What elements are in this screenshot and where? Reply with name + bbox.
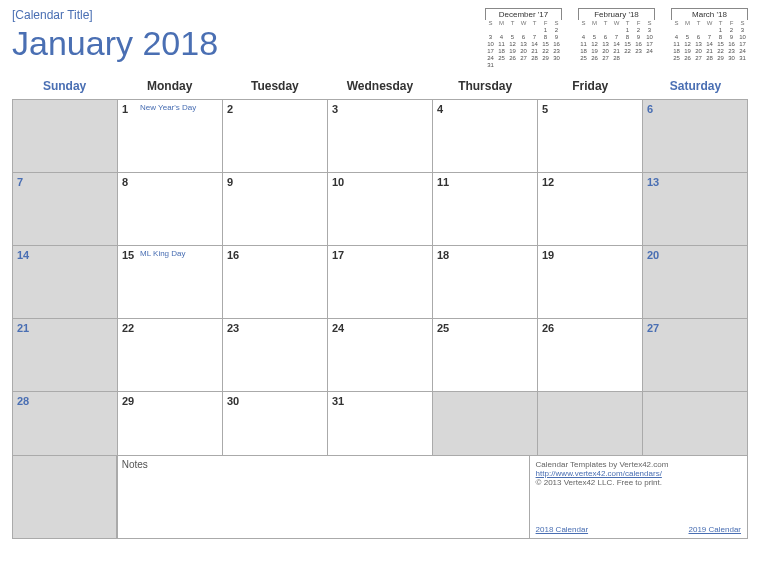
calendar-row: 28293031 (12, 392, 748, 456)
mini-calendar: February '18SMTWTFS123456789101112131415… (578, 8, 655, 69)
day-number: 21 (17, 322, 29, 334)
calendar-row: 78910111213 (12, 173, 748, 246)
calendar-cell: 17 (328, 246, 433, 318)
calendar-cell: 25 (433, 319, 538, 391)
credits-link-url[interactable]: http://www.vertex42.com/calendars/ (536, 469, 662, 478)
day-number: 11 (437, 176, 449, 188)
day-number: 6 (647, 103, 653, 115)
notes-area: Notes (117, 456, 530, 538)
link-2018-calendar[interactable]: 2018 Calendar (536, 525, 588, 534)
calendar-cell: 23 (223, 319, 328, 391)
day-number: 3 (332, 103, 338, 115)
calendar-cell: 6 (643, 100, 748, 172)
credits-copyright: © 2013 Vertex42 LLC. Free to print. (536, 478, 741, 487)
footer-blank-cell (12, 456, 117, 538)
day-number: 18 (437, 249, 449, 261)
day-number: 29 (122, 395, 134, 407)
calendar-cell: 21 (12, 319, 118, 391)
day-number: 1 (122, 103, 128, 115)
calendar-cell: 2 (223, 100, 328, 172)
calendar-cell: 24 (328, 319, 433, 391)
day-header: Friday (538, 75, 643, 99)
calendar-row: 21222324252627 (12, 319, 748, 392)
day-header: Wednesday (327, 75, 432, 99)
day-number: 30 (227, 395, 239, 407)
calendar-cell: 29 (118, 392, 223, 455)
day-number: 9 (227, 176, 233, 188)
day-number: 22 (122, 322, 134, 334)
day-number: 8 (122, 176, 128, 188)
day-number: 19 (542, 249, 554, 261)
credits-area: Calendar Templates by Vertex42.com http:… (530, 456, 748, 538)
calendar-cell: 20 (643, 246, 748, 318)
calendar-cell (12, 100, 118, 172)
mini-calendar-title: March '18 (671, 8, 748, 20)
day-number: 26 (542, 322, 554, 334)
calendar-cell (433, 392, 538, 455)
calendar-cell: 5 (538, 100, 643, 172)
calendar-cell: 13 (643, 173, 748, 245)
day-header: Tuesday (222, 75, 327, 99)
calendar-cell: 22 (118, 319, 223, 391)
calendar-cell: 27 (643, 319, 748, 391)
calendar-cell: 9 (223, 173, 328, 245)
link-2019-calendar[interactable]: 2019 Calendar (689, 525, 741, 534)
day-number: 31 (332, 395, 344, 407)
day-header: Sunday (12, 75, 117, 99)
calendar-cell: 7 (12, 173, 118, 245)
notes-label: Notes (122, 459, 148, 470)
day-event: New Year's Day (140, 103, 196, 112)
calendar-grid: 1New Year's Day23456789101112131415ML Ki… (12, 100, 748, 456)
mini-calendar: December '17SMTWTFS123456789101112131415… (485, 8, 562, 69)
calendar-cell: 30 (223, 392, 328, 455)
calendar-cell: 12 (538, 173, 643, 245)
calendar-row: 1New Year's Day23456 (12, 100, 748, 173)
mini-calendars: December '17SMTWTFS123456789101112131415… (485, 8, 748, 69)
day-number: 24 (332, 322, 344, 334)
footer-row: Notes Calendar Templates by Vertex42.com… (12, 456, 748, 539)
calendar-cell: 31 (328, 392, 433, 455)
calendar-cell: 14 (12, 246, 118, 318)
day-headers: SundayMondayTuesdayWednesdayThursdayFrid… (12, 75, 748, 100)
calendar-cell: 26 (538, 319, 643, 391)
calendar-cell: 4 (433, 100, 538, 172)
day-number: 23 (227, 322, 239, 334)
calendar-cell: 1New Year's Day (118, 100, 223, 172)
calendar-cell: 18 (433, 246, 538, 318)
day-number: 12 (542, 176, 554, 188)
day-number: 13 (647, 176, 659, 188)
day-number: 5 (542, 103, 548, 115)
day-number: 28 (17, 395, 29, 407)
calendar-cell: 8 (118, 173, 223, 245)
calendar-title: January 2018 (12, 24, 218, 63)
day-number: 2 (227, 103, 233, 115)
day-number: 17 (332, 249, 344, 261)
day-number: 7 (17, 176, 23, 188)
day-header: Monday (117, 75, 222, 99)
calendar-cell: 19 (538, 246, 643, 318)
day-header: Thursday (433, 75, 538, 99)
calendar-cell: 28 (12, 392, 118, 455)
calendar-cell: 15ML King Day (118, 246, 223, 318)
day-number: 10 (332, 176, 344, 188)
calendar-cell: 16 (223, 246, 328, 318)
day-number: 20 (647, 249, 659, 261)
calendar-cell: 10 (328, 173, 433, 245)
mini-calendar: March '18SMTWTFS123456789101112131415161… (671, 8, 748, 69)
day-header: Saturday (643, 75, 748, 99)
day-number: 4 (437, 103, 443, 115)
day-number: 25 (437, 322, 449, 334)
calendar-cell (538, 392, 643, 455)
day-number: 15 (122, 249, 134, 261)
day-number: 16 (227, 249, 239, 261)
calendar-cell (643, 392, 748, 455)
day-event: ML King Day (140, 249, 186, 258)
calendar-cell: 3 (328, 100, 433, 172)
day-number: 27 (647, 322, 659, 334)
calendar-row: 1415ML King Day1617181920 (12, 246, 748, 319)
mini-calendar-title: February '18 (578, 8, 655, 20)
credits-line1: Calendar Templates by Vertex42.com (536, 460, 741, 469)
day-number: 14 (17, 249, 29, 261)
mini-calendar-title: December '17 (485, 8, 562, 20)
calendar-subtitle: [Calendar Title] (12, 8, 218, 22)
